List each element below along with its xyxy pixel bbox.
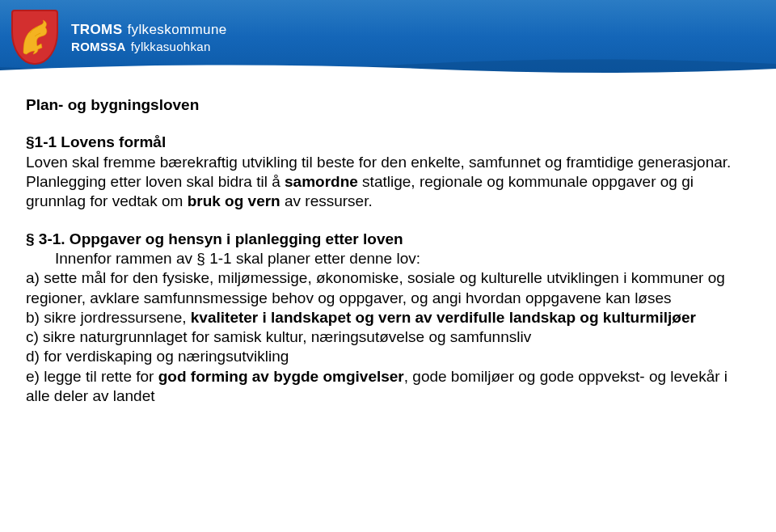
section1-p2e: av ressurser. [280, 192, 373, 209]
header-org-se-name: ROMSSA [71, 40, 126, 53]
griffin-icon [19, 19, 51, 56]
section3-heading: § 3-1. Oppgaver og hensyn i planlegging … [26, 230, 750, 249]
document-body: Plan- og bygningsloven §1-1 Lovens formå… [0, 74, 776, 414]
section1-heading: §1-1 Lovens formål [26, 133, 750, 152]
section3-b: b) sikre jordressursene, kvaliteter i la… [26, 308, 750, 327]
header-org-se-suffix: fylkkasuohkan [131, 40, 211, 53]
section3-e: e) legge til rette for god forming av by… [26, 367, 750, 407]
section3-b-bold: kvaliteter i landskapet og vern av verdi… [191, 309, 696, 326]
section3-intro: Innenfor rammen av § 1-1 skal planer ett… [26, 249, 750, 268]
document-title: Plan- og bygningsloven [26, 95, 750, 115]
section3-d: d) for verdiskaping og næringsutvikling [26, 347, 750, 366]
header-swoosh [0, 56, 776, 75]
header-org-no-name: TROMS [71, 22, 122, 38]
section1-p2b: samordne [285, 173, 358, 190]
section1-p2d: bruk og vern [188, 192, 280, 209]
header-org-se: ROMSSA fylkkasuohkan [71, 40, 227, 53]
section3-b-pre: b) sikre jordressursene, [26, 309, 191, 326]
section1-p2: Planlegging etter loven skal bidra til å… [26, 172, 750, 212]
section1-p1: Loven skal fremme bærekraftig utvikling … [26, 153, 750, 172]
section3-c: c) sikre naturgrunnlaget for samisk kult… [26, 327, 750, 347]
header-text: TROMS fylkeskommune ROMSSA fylkkasuohkan [71, 22, 227, 53]
section3-e-pre: e) legge til rette for [26, 368, 158, 385]
section3-e-bold: god forming av bygde omgivelser [158, 368, 404, 385]
section1-p2a: Planlegging etter loven skal bidra til å [26, 173, 285, 190]
section3-a: a) sette mål for den fysiske, miljømessi… [26, 268, 750, 308]
page-header: TROMS fylkeskommune ROMSSA fylkkasuohkan [0, 0, 776, 74]
header-org-no: TROMS fylkeskommune [71, 22, 227, 38]
header-org-no-suffix: fylkeskommune [127, 22, 226, 38]
